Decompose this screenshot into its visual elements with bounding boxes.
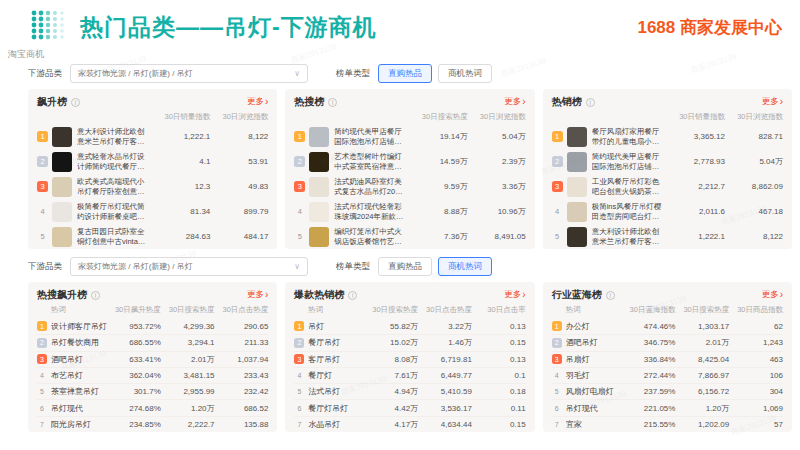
product-row[interactable]: 4 极简餐厅吊灯现代简约设计师新餐桌吧台射灯创意轻奢一字长条灯具 81.34 8… [37, 199, 268, 224]
column-header: 30日搜索热度 [675, 305, 729, 315]
more-link[interactable]: 更多› [504, 289, 525, 301]
rank-badge: 1 [294, 131, 305, 142]
product-thumbnail [309, 202, 329, 222]
metric-value-2: 1.20万 [675, 403, 729, 414]
product-row[interactable]: 3 欧式美式高端现代小吊灯餐厅卧室创意个性北欧玉石水晶复古灯具 12.3 49.… [37, 174, 268, 199]
metric-value-2: 6,719.81 [418, 355, 472, 364]
metric-value-3: 304 [729, 387, 783, 396]
rank-badge: 3 [294, 354, 304, 364]
panel-title: 行业蓝海榜 [552, 288, 602, 302]
keyword-list: 1 吊灯 55.82万 3.22万 0.13 2 餐厅吊灯 15.02万 1.4… [294, 318, 525, 432]
metric-value-1: 301.7% [107, 387, 161, 396]
metric-value-1: 15.02万 [364, 337, 418, 348]
more-link[interactable]: 更多› [247, 96, 268, 108]
product-panel-row: 飙升榜 i 更多› 30日销量指数 30日浏览指数 1 意大利设计师北欧创意米兰… [28, 89, 792, 249]
product-row[interactable]: 2 艺术造型树叶竹编灯中式茶室民宿禅意灯日式餐厅民宿酒店竹艺吊灯 14.59万 … [294, 149, 525, 174]
keyword: 酒吧吊灯 [566, 337, 622, 348]
keyword-row: 7 宜家 215.55% 1,202.09 57 [552, 416, 783, 432]
chevron-right-icon: › [780, 291, 783, 299]
category-select-value: 家装灯饰光源 / 吊灯(新建) / 吊灯 [78, 68, 193, 79]
keyword: 吊灯 [308, 321, 364, 332]
more-link[interactable]: 更多› [247, 289, 268, 301]
keyword: 法式吊灯 [308, 386, 364, 397]
keyword: 餐厅吊灯 [308, 337, 364, 348]
product-row[interactable]: 5 意大利设计师北欧创意米兰吊灯餐厅客厅卧室潮式样板纱玻璃吊灯 1,222.1 … [552, 224, 783, 249]
keyword: 吊灯现代 [51, 403, 107, 414]
metric-value-2: 5.04万 [468, 131, 526, 142]
column-header: 30日浏览指数 [725, 112, 783, 122]
filter-row-bottom: 下游品类 家装灯饰光源 / 吊灯(新建) / 吊灯 ∨ 榜单类型 直购热品 商机… [28, 256, 792, 277]
rank-type-button-direct-hot[interactable]: 直购热品 [378, 64, 432, 83]
metric-value-1: 1,222.1 [667, 232, 725, 241]
product-row[interactable]: 2 意式轻奢水晶吊灯设计师简约现代餐厅灯创意大气别墅豪宅酒店餐厅灯 4.1 53… [37, 149, 268, 174]
product-thumbnail [52, 152, 72, 172]
product-row[interactable]: 3 工业风餐厅吊灯彩色吧台创意火锅奶茶店铺超市草头绳的理发店灯罩 2,212.7… [552, 174, 783, 199]
info-icon: i [586, 98, 595, 107]
metric-value-1: 336.84% [622, 355, 676, 364]
metric-value-2: 8,862.09 [725, 182, 783, 191]
rank-type-button-keyword[interactable]: 商机热词 [438, 257, 492, 276]
metric-value-3: 106 [729, 371, 783, 380]
chevron-right-icon: › [522, 98, 525, 106]
metric-value-3: 1,243 [729, 338, 783, 347]
metric-value-3: 0.11 [472, 404, 526, 413]
rank-type-button-direct-hot[interactable]: 直购热品 [378, 257, 432, 276]
metric-value-1: 19.14万 [410, 131, 468, 142]
keyword-row: 2 酒吧吊灯 346.75% 2.01万 1,243 [552, 334, 783, 350]
metric-value-1: 4.1 [152, 157, 210, 166]
metric-value-1: 953.72% [107, 322, 161, 331]
keyword: 设计师客厅吊灯 [51, 321, 107, 332]
rank-badge: 3 [294, 181, 305, 192]
panel-hot-search-rank: 热搜榜 i 更多› 30日搜索热度 30日浏览指数 1 简约现代美甲店餐厅国际泡… [285, 89, 534, 249]
category-select[interactable]: 家装灯饰光源 / 吊灯(新建) / 吊灯 ∨ [70, 64, 308, 83]
metric-value-3: 463 [729, 355, 783, 364]
metric-value-2: 8,122 [210, 132, 268, 141]
product-row[interactable]: 1 餐厅风扇灯家用餐厅带灯的儿童电扇小型卧室北欧吸顶灯 3,365.12 828… [552, 124, 783, 149]
product-row[interactable]: 1 意大利设计师北欧创意米兰吊灯餐厅客厅卧室潮式样板纱玻璃吊灯 1,222.1 … [37, 124, 268, 149]
metric-value-1: 474.46% [622, 322, 676, 331]
panel-title: 热搜榜 [294, 95, 324, 109]
metric-value-2: 828.71 [725, 132, 783, 141]
product-title: 简约现代美甲店餐厅国际泡泡吊灯店铺商用灯创意个性球形褶皱灯具 [592, 152, 667, 171]
metric-value-1: 237.59% [622, 387, 676, 396]
more-link[interactable]: 更多› [762, 289, 783, 301]
product-row[interactable]: 5 复古田园日式卧室全铜灯创意中古vintage法式客厅设计师玻璃吊灯 284.… [37, 224, 268, 249]
metric-value-2: 2,222.7 [161, 420, 215, 429]
rank-badge: 5 [294, 387, 304, 397]
product-row[interactable]: 3 法式奶油风卧室灯美式复古水晶吊灯2024新款餐厅主卧餐厅中山灯具 9.59万… [294, 174, 525, 199]
more-link[interactable]: 更多› [504, 96, 525, 108]
metric-value-1: 4.42万 [364, 403, 418, 414]
keyword-row: 5 风扇灯电扇灯 237.59% 6,156.72 304 [552, 383, 783, 399]
product-row[interactable]: 4 法式吊灯现代轻奢彩珠玻璃2024年新款客厅卧室餐厅奶油风灯具 8.88万 1… [294, 199, 525, 224]
rank-badge: 3 [37, 354, 47, 364]
column-header: 30日蓝海指数 [622, 305, 676, 315]
keyword-list: 1 设计师客厅吊灯 953.72% 4,299.36 290.65 2 吊灯餐饮… [37, 318, 268, 432]
keyword-row: 2 吊灯餐饮商用 686.55% 3,294.1 211.33 [37, 334, 268, 350]
rank-badge: 6 [294, 403, 304, 413]
product-row[interactable]: 4 极简ins风餐厅吊灯樱田造型房间吧台灯创意个性设计师日式侘寂风 2,011.… [552, 199, 783, 224]
metric-value-2: 5,410.59 [418, 387, 472, 396]
metric-value-3: 0.15 [472, 420, 526, 429]
column-header: 30日商品指数 [729, 305, 783, 315]
column-header: 热词 [552, 305, 622, 315]
metric-value-2: 1,303.17 [675, 322, 729, 331]
metric-value-1: 274.68% [107, 404, 161, 413]
product-list: 1 意大利设计师北欧创意米兰吊灯餐厅客厅卧室潮式样板纱玻璃吊灯 1,222.1 … [37, 124, 268, 249]
metric-value-3: 0.18 [472, 387, 526, 396]
more-link[interactable]: 更多› [762, 96, 783, 108]
metric-value-2: 4,634.44 [418, 420, 472, 429]
metric-value-2: 8,122 [725, 232, 783, 241]
column-header: 热词 [294, 305, 364, 315]
rank-badge: 3 [552, 181, 563, 192]
column-header: 30日飙升热度 [107, 305, 161, 315]
product-row[interactable]: 1 简约现代美甲店餐厅国际泡泡吊灯店铺商用灯创意个性球形褶皱灯具 19.14万 … [294, 124, 525, 149]
product-row[interactable]: 5 编织灯笼吊灯中式火锅店饭店餐馆竹艺灯店铺商用民宿茶室日式灯具 7.36万 8… [294, 224, 525, 249]
column-header: 30日搜索热度 [161, 305, 215, 315]
product-row[interactable]: 2 简约现代美甲店餐厅国际泡泡吊灯店铺商用灯创意个性球形褶皱灯具 2,778.9… [552, 149, 783, 174]
category-select[interactable]: 家装灯饰光源 / 吊灯(新建) / 吊灯 ∨ [70, 257, 308, 276]
metric-value-1: 272.44% [622, 371, 676, 380]
metric-value-1: 346.75% [622, 338, 676, 347]
rank-type-button-keyword[interactable]: 商机热词 [438, 64, 492, 83]
column-header: 30日点击率 [472, 305, 526, 315]
metric-value-1: 362.04% [107, 371, 161, 380]
